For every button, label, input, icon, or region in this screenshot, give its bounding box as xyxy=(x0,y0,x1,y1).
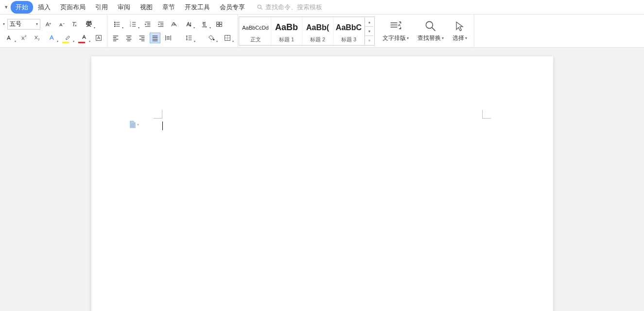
borders-button[interactable]: ▾ xyxy=(221,33,234,43)
text-layout-icon: A xyxy=(389,19,402,33)
styles-gallery: AaBbCcDd 正文 AaBb 标题 1 AaBb( 标题 2 AaBbC 标… xyxy=(239,17,375,46)
distribute-button[interactable] xyxy=(163,33,174,43)
svg-rect-28 xyxy=(220,24,222,26)
command-search[interactable]: 查找命令、搜索模板 xyxy=(257,3,322,12)
style-preview: AaBb( xyxy=(306,19,329,36)
font-size-select[interactable]: 五号 ▾ xyxy=(7,19,40,30)
ribbon: ▾ 五号 ▾ 嫈▾ ▾ 2 2 ▾ ▾ ▾ ▾ 123▾ ▾ xyxy=(0,15,644,48)
document-canvas[interactable]: ▾ xyxy=(0,48,644,311)
shading-button[interactable]: ▾ xyxy=(205,33,218,43)
text-direction-button[interactable]: ▾ xyxy=(198,19,211,30)
paragraph-group: ▾ 123▾ ▾ ▾ ▾ ▾ ▾ xyxy=(107,15,238,47)
tab-insert[interactable]: 插入 xyxy=(33,1,55,14)
page[interactable]: ▾ xyxy=(91,56,553,311)
page-options-handle[interactable]: ▾ xyxy=(129,121,139,128)
tab-reference[interactable]: 引用 xyxy=(90,1,113,14)
clear-format-button[interactable] xyxy=(69,19,80,30)
tab-pagelayout[interactable]: 页面布局 xyxy=(55,1,90,14)
asian-layout-button[interactable] xyxy=(169,19,179,30)
search-icon xyxy=(424,19,437,33)
editing-group: A 文字排版▾ 查找替换▾ 选择▾ xyxy=(376,15,474,47)
align-center-button[interactable] xyxy=(123,33,134,43)
style-heading3[interactable]: AaBbC 标题 3 xyxy=(333,17,365,45)
styles-scroll-up[interactable]: ▴ xyxy=(365,17,373,27)
svg-rect-26 xyxy=(220,22,222,24)
search-placeholder: 查找命令、搜索模板 xyxy=(265,3,322,12)
align-left-button[interactable] xyxy=(110,33,121,43)
svg-point-53 xyxy=(213,39,214,40)
tab-devtools[interactable]: 开发工具 xyxy=(180,1,215,14)
font-name-dropdown[interactable]: ▾ xyxy=(3,22,5,26)
font-group: ▾ 五号 ▾ 嫈▾ ▾ 2 2 ▾ ▾ ▾ xyxy=(0,15,107,47)
styles-expand[interactable]: ▿ xyxy=(365,36,373,45)
change-case-button[interactable]: ▾ xyxy=(3,33,17,43)
style-label: 标题 1 xyxy=(279,36,294,43)
style-heading2[interactable]: AaBb( 标题 2 xyxy=(302,17,333,45)
style-normal[interactable]: AaBbCcDd 正文 xyxy=(240,17,271,45)
svg-line-62 xyxy=(432,28,435,31)
character-border-button[interactable] xyxy=(93,33,104,43)
cursor-icon xyxy=(453,19,467,33)
tab-chapter[interactable]: 章节 xyxy=(157,1,180,14)
style-heading1[interactable]: AaBb 标题 1 xyxy=(271,17,302,45)
sort-button[interactable]: ▾ xyxy=(182,19,195,30)
numbering-button[interactable]: 123▾ xyxy=(126,19,140,30)
text-layout-button[interactable]: A 文字排版▾ xyxy=(379,17,413,45)
menu-bar: ▾ 开始 插入 页面布局 引用 审阅 视图 章节 开发工具 会员专享 查找命令、… xyxy=(0,0,644,15)
style-label: 标题 3 xyxy=(341,36,356,43)
font-size-value: 五号 xyxy=(10,20,21,28)
show-marks-button[interactable] xyxy=(214,19,225,30)
app-menu-dropdown[interactable]: ▾ xyxy=(2,4,11,10)
phonetic-guide-button[interactable]: 嫈▾ xyxy=(82,19,96,30)
style-label: 标题 2 xyxy=(310,36,325,43)
shrink-font-button[interactable] xyxy=(56,19,67,30)
svg-point-61 xyxy=(426,21,433,28)
svg-text:A: A xyxy=(398,23,400,27)
bullets-button[interactable]: ▾ xyxy=(110,19,124,30)
subscript-button[interactable]: 2 xyxy=(32,33,43,43)
svg-point-7 xyxy=(114,24,115,25)
font-color-button[interactable]: ▾ xyxy=(77,33,91,43)
svg-rect-25 xyxy=(217,22,219,24)
svg-point-0 xyxy=(258,5,261,8)
svg-text:2: 2 xyxy=(38,38,39,41)
select-button[interactable]: 选择▾ xyxy=(449,17,471,45)
tab-review[interactable]: 审阅 xyxy=(113,1,135,14)
svg-point-9 xyxy=(114,26,115,27)
tab-view[interactable]: 视图 xyxy=(135,1,157,14)
style-label: 正文 xyxy=(250,36,261,43)
decrease-indent-button[interactable] xyxy=(142,19,153,30)
search-icon xyxy=(257,4,263,11)
align-justify-button[interactable] xyxy=(150,33,160,43)
svg-rect-27 xyxy=(217,24,219,26)
increase-indent-button[interactable] xyxy=(156,19,166,30)
svg-text:3: 3 xyxy=(130,25,131,27)
highlight-color-button[interactable]: ▾ xyxy=(61,33,75,43)
line-spacing-button[interactable]: ▾ xyxy=(182,33,196,43)
find-replace-label: 查找替换 xyxy=(418,34,441,42)
text-effects-button[interactable]: ▾ xyxy=(45,33,59,43)
styles-scroller: ▴ ▾ ▿ xyxy=(365,17,373,45)
text-cursor xyxy=(162,121,163,130)
tab-start[interactable]: 开始 xyxy=(11,1,33,14)
tab-member[interactable]: 会员专享 xyxy=(215,1,250,14)
page-icon xyxy=(129,121,136,128)
select-label: 选择 xyxy=(453,34,464,42)
style-preview: AaBbCcDd xyxy=(242,19,268,36)
svg-line-1 xyxy=(261,8,262,9)
grow-font-button[interactable] xyxy=(43,19,53,30)
svg-text:2: 2 xyxy=(25,35,26,37)
chevron-down-icon: ▾ xyxy=(36,22,38,26)
align-right-button[interactable] xyxy=(137,33,147,43)
chevron-down-icon: ▾ xyxy=(137,122,139,127)
superscript-button[interactable]: 2 xyxy=(19,33,30,43)
margin-mark-top-right xyxy=(482,110,491,119)
find-replace-button[interactable]: 查找替换▾ xyxy=(414,17,448,45)
style-preview: AaBbC xyxy=(336,19,362,36)
style-preview: AaBb xyxy=(275,19,298,36)
margin-mark-top-left xyxy=(154,110,162,119)
styles-scroll-down[interactable]: ▾ xyxy=(365,27,373,36)
svg-point-5 xyxy=(114,22,115,23)
text-layout-label: 文字排版 xyxy=(383,34,406,42)
